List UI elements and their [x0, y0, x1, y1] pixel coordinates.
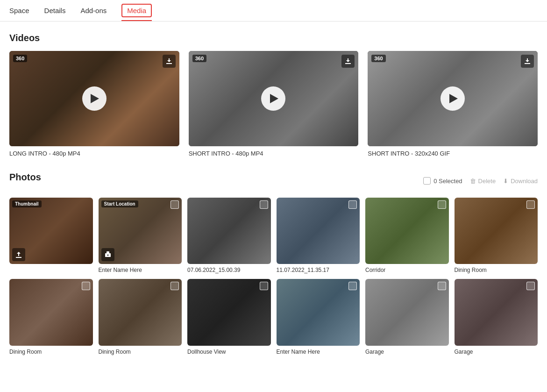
photo-item-p3[interactable]: 07.06.2022_15.00.39: [187, 198, 271, 274]
video-download-v3[interactable]: [521, 55, 534, 68]
video-label-v2: SHORT INTRO - 480p MP4: [189, 150, 359, 157]
photo-thumb-p1: Thumbnail: [9, 198, 93, 264]
videos-title: Videos: [9, 33, 538, 43]
photo-label-p6: Dining Room: [455, 267, 538, 273]
photo-item-p5[interactable]: Corridor: [365, 198, 449, 274]
badge-360: 360: [371, 55, 385, 62]
trash-icon: 🗑: [470, 178, 476, 185]
video-play-v3[interactable]: [440, 86, 465, 111]
photo-item-p6[interactable]: Dining Room: [455, 198, 538, 274]
photo-checkbox-p12[interactable]: [526, 282, 535, 290]
photo-label-p5: Corridor: [365, 267, 449, 273]
photo-thumb-p3: [187, 198, 271, 264]
photo-checkbox-p4[interactable]: [348, 200, 357, 209]
photos-actions: 0 Selected 🗑 Delete ⬇ Download: [423, 177, 538, 185]
photo-item-p10[interactable]: Enter Name Here: [277, 279, 360, 355]
upload-icon[interactable]: [12, 248, 25, 261]
photos-title: Photos: [9, 172, 41, 183]
photo-checkbox-p7[interactable]: [82, 282, 90, 290]
photo-checkbox-p10[interactable]: [348, 282, 357, 290]
video-thumb-v2[interactable]: 360: [189, 51, 359, 146]
photo-thumb-p11: [365, 279, 449, 346]
tab-addons[interactable]: Add-ons: [80, 7, 107, 21]
tab-details[interactable]: Details: [44, 7, 66, 21]
photo-item-p8[interactable]: Dining Room: [99, 279, 182, 355]
photo-item-p4[interactable]: 11.07.2022_11.35.17: [277, 198, 360, 274]
video-download-v1[interactable]: [163, 55, 176, 68]
photo-item-p2[interactable]: Start LocationEnter Name Here: [99, 198, 182, 274]
photo-label-p10: Enter Name Here: [277, 349, 360, 355]
photo-label-p12: Garage: [455, 349, 538, 355]
svg-point-1: [107, 255, 108, 256]
photo-label-p4: 11.07.2022_11.35.17: [277, 267, 360, 273]
badge-360: 360: [13, 55, 27, 62]
videos-section: Videos 360LONG INTRO - 480p MP4360SHORT …: [9, 33, 538, 157]
video-item-v1: 360LONG INTRO - 480p MP4: [9, 51, 179, 157]
photo-label-p7: Dining Room: [9, 349, 93, 355]
photo-checkbox-p5[interactable]: [438, 200, 446, 209]
select-all-checkbox[interactable]: [423, 177, 431, 185]
selected-count-display: 0 Selected: [423, 177, 462, 185]
start-location-icon[interactable]: [101, 248, 114, 261]
photos-header: Photos 0 Selected 🗑 Delete ⬇ Download: [9, 172, 538, 190]
selected-count-label: 0 Selected: [433, 178, 462, 185]
main-content: Videos 360LONG INTRO - 480p MP4360SHORT …: [0, 21, 547, 366]
photo-label-p3: 07.06.2022_15.00.39: [187, 267, 271, 273]
photo-label-p11: Garage: [365, 349, 449, 355]
photo-checkbox-p11[interactable]: [438, 282, 446, 290]
photo-thumb-p8: [99, 279, 182, 346]
video-thumb-v3[interactable]: 360: [368, 51, 538, 146]
video-play-v1[interactable]: [82, 86, 107, 111]
photo-checkbox-p2[interactable]: [170, 200, 179, 209]
photo-badge-p2: Start Location: [101, 200, 138, 207]
video-play-v2[interactable]: [261, 86, 285, 111]
videos-grid: 360LONG INTRO - 480p MP4360SHORT INTRO -…: [9, 51, 538, 157]
photo-item-p12[interactable]: Garage: [455, 279, 538, 355]
photo-thumb-p10: [277, 279, 360, 346]
download-button[interactable]: ⬇ Download: [503, 178, 538, 185]
tab-space[interactable]: Space: [9, 7, 29, 21]
photos-section: Photos 0 Selected 🗑 Delete ⬇ Download Th…: [9, 172, 538, 356]
video-label-v1: LONG INTRO - 480p MP4: [9, 150, 179, 157]
video-item-v3: 360SHORT INTRO - 320x240 GIF: [368, 51, 538, 157]
photo-thumb-p2: Start Location: [99, 198, 182, 264]
photo-label-p2: Enter Name Here: [99, 267, 182, 273]
photo-item-p9[interactable]: Dollhouse View: [187, 279, 271, 355]
video-item-v2: 360SHORT INTRO - 480p MP4: [189, 51, 359, 157]
tab-media[interactable]: Media: [121, 7, 152, 21]
video-download-v2[interactable]: [341, 55, 355, 68]
photo-label-p9: Dollhouse View: [187, 349, 271, 355]
photo-thumb-p12: [455, 279, 538, 346]
photo-checkbox-p6[interactable]: [526, 200, 535, 209]
delete-button[interactable]: 🗑 Delete: [470, 178, 496, 185]
video-thumb-v1[interactable]: 360: [9, 51, 179, 146]
photo-label-p8: Dining Room: [99, 349, 182, 355]
badge-360: 360: [192, 55, 206, 62]
photo-item-p11[interactable]: Garage: [365, 279, 449, 355]
download-icon: ⬇: [503, 178, 508, 185]
photo-thumb-p7: [9, 279, 93, 346]
video-label-v3: SHORT INTRO - 320x240 GIF: [368, 150, 538, 157]
photo-checkbox-p8[interactable]: [170, 282, 179, 290]
photo-item-p7[interactable]: Dining Room: [9, 279, 93, 355]
photo-thumb-p9: [187, 279, 271, 346]
tab-bar: SpaceDetailsAdd-onsMedia: [0, 0, 547, 21]
photo-checkbox-p9[interactable]: [260, 282, 268, 290]
photo-thumb-p4: [277, 198, 360, 264]
photo-badge-p1: Thumbnail: [12, 200, 42, 207]
photo-checkbox-p3[interactable]: [260, 200, 268, 209]
photo-thumb-p5: [365, 198, 449, 264]
photo-thumb-p6: [455, 198, 538, 264]
photos-grid: ThumbnailStart LocationEnter Name Here07…: [9, 198, 538, 356]
photo-item-p1[interactable]: Thumbnail: [9, 198, 93, 274]
